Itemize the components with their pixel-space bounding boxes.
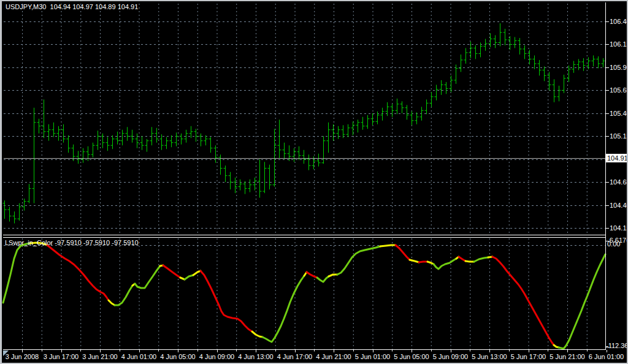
indicator-title: LSwpr_in_Color -97.5910 -97.5910 -97.591… [5,239,139,247]
chart-ohlc-title: USDJPY,M30 104.94 104.97 104.89 104.91 [6,3,138,11]
time-axis[interactable] [2,350,605,364]
price-axis[interactable] [606,1,628,349]
chart-canvas[interactable] [2,1,628,364]
mt4-chart-window: USDJPY,M30 104.94 104.97 104.89 104.91 L… [0,0,628,364]
panel-splitter[interactable] [3,235,605,238]
